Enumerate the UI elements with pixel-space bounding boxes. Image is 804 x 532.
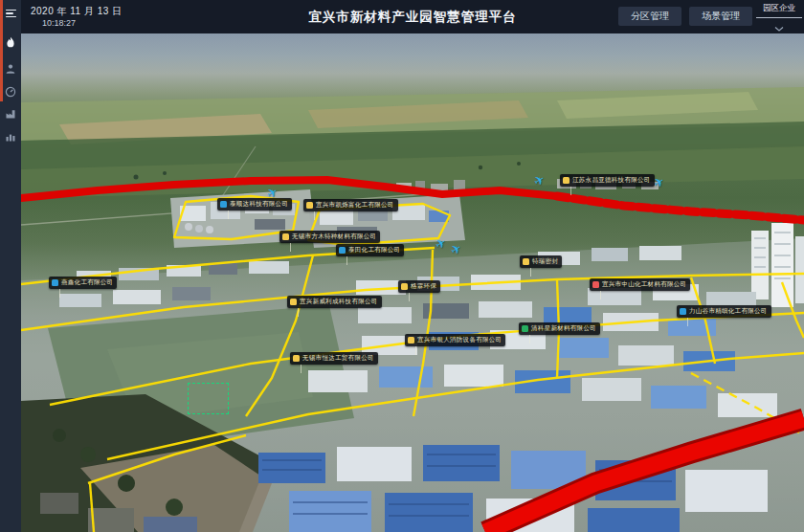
company-label: 泰顺达科技有限公司 — [230, 200, 288, 209]
marker-stem — [290, 243, 291, 252]
company-type-icon — [293, 355, 300, 362]
bar-chart-icon[interactable] — [0, 127, 21, 146]
company-type-icon — [306, 202, 313, 209]
company-type-icon — [401, 283, 408, 290]
company-label: 泰田化工有限公司 — [348, 246, 400, 255]
marker-stem — [530, 268, 531, 277]
selection-box[interactable] — [188, 383, 229, 414]
company-label: 无锡市方木特种材料有限公司 — [292, 233, 376, 241]
user-icon[interactable] — [0, 59, 21, 78]
park-enterprise-label: 园区企业 — [756, 3, 802, 18]
company-marker[interactable]: 泰田化工有限公司 — [336, 244, 404, 265]
sidebar — [0, 0, 21, 532]
company-label: 宜兴市凯烁富化工有限公司 — [316, 201, 394, 210]
company-label: 力山谷市精细化工有限公司 — [689, 307, 768, 316]
company-label: 无锡市恒达工贸有限公司 — [302, 354, 374, 363]
company-type-icon — [592, 281, 599, 288]
company-label: 江苏永昌亚德科技有限公司 — [572, 176, 651, 185]
company-type-icon — [522, 325, 528, 332]
marker-stem — [687, 318, 688, 326]
company-marker[interactable]: 宜兴市凯烁富化工有限公司 — [303, 199, 398, 220]
page-title: 宜兴市新材料产业园智慧管理平台 — [308, 9, 517, 26]
company-type-icon — [220, 201, 227, 208]
top-header: 2020 年 11 月 13 日 10:18:27 宜兴市新材料产业园智慧管理平… — [21, 0, 804, 33]
marker-stem — [346, 256, 347, 265]
company-type-icon — [339, 247, 346, 254]
marker-stem — [314, 211, 315, 220]
company-label: 燕鑫化工有限公司 — [61, 278, 113, 287]
marker-stem — [409, 293, 410, 301]
current-time: 10:18:27 — [42, 18, 76, 28]
marker-stem — [529, 335, 530, 344]
menu-icon[interactable] — [0, 4, 21, 23]
factory-icon[interactable] — [0, 104, 21, 123]
marker-stem — [301, 365, 302, 373]
company-type-icon — [282, 233, 289, 240]
company-label: 宜兴新威利成科技有限公司 — [300, 298, 378, 306]
marker-stem — [228, 211, 229, 219]
fire-icon[interactable] — [0, 33, 21, 52]
current-date: 2020 年 11 月 13 日 — [31, 5, 123, 18]
company-label: 格霖环保 — [411, 282, 436, 291]
company-marker[interactable]: 宜兴市银人消防设备有限公司 — [405, 334, 505, 355]
company-type-icon — [290, 299, 297, 305]
company-marker[interactable]: 宜兴市中山化工材料有限公司 — [590, 278, 690, 299]
marker-stem — [570, 187, 571, 195]
company-label: 宜兴市中山化工材料有限公司 — [602, 280, 686, 289]
marker-stem — [59, 289, 60, 298]
company-marker[interactable]: 格霖环保 — [398, 280, 440, 301]
marker-stem — [415, 346, 416, 355]
gauge-icon[interactable] — [0, 82, 21, 101]
zone-management-button[interactable]: 分区管理 — [618, 7, 681, 26]
company-label: 宜兴市银人消防设备有限公司 — [417, 336, 502, 344]
chevron-down-icon — [774, 27, 784, 32]
company-marker[interactable]: 燕鑫化工有限公司 — [49, 277, 117, 298]
smart-park-platform: 2020 年 11 月 13 日 10:18:27 宜兴市新材料产业园智慧管理平… — [0, 0, 804, 532]
map-3d-view[interactable]: ✈✈✈✈✈ 泰顺达科技有限公司 宜兴市凯烁富化工有限公司 无锡市方木特种材料有限… — [21, 33, 804, 532]
company-type-icon — [52, 279, 58, 286]
company-marker[interactable]: 江苏永昌亚德科技有限公司 — [560, 174, 655, 195]
company-marker[interactable]: 特瑞密封 — [520, 255, 562, 277]
scene-management-button[interactable]: 场景管理 — [689, 7, 752, 26]
company-label: 清科星新材料有限公司 — [531, 324, 596, 333]
company-marker[interactable]: 力山谷市精细化工有限公司 — [677, 305, 771, 326]
company-type-icon — [523, 258, 529, 265]
company-marker[interactable]: 泰顺达科技有限公司 — [217, 198, 292, 219]
park-enterprise-dropdown[interactable]: 园区企业 — [756, 3, 802, 35]
marker-stem — [298, 308, 299, 317]
company-type-icon — [680, 308, 686, 315]
company-label: 特瑞密封 — [532, 257, 558, 266]
company-marker[interactable]: 清科星新材料有限公司 — [519, 322, 600, 344]
company-type-icon — [408, 337, 414, 344]
marker-stem — [600, 291, 601, 299]
company-type-icon — [563, 177, 570, 184]
company-marker[interactable]: 无锡市恒达工贸有限公司 — [290, 352, 378, 373]
company-marker[interactable]: 宜兴新威利成科技有限公司 — [287, 296, 382, 317]
